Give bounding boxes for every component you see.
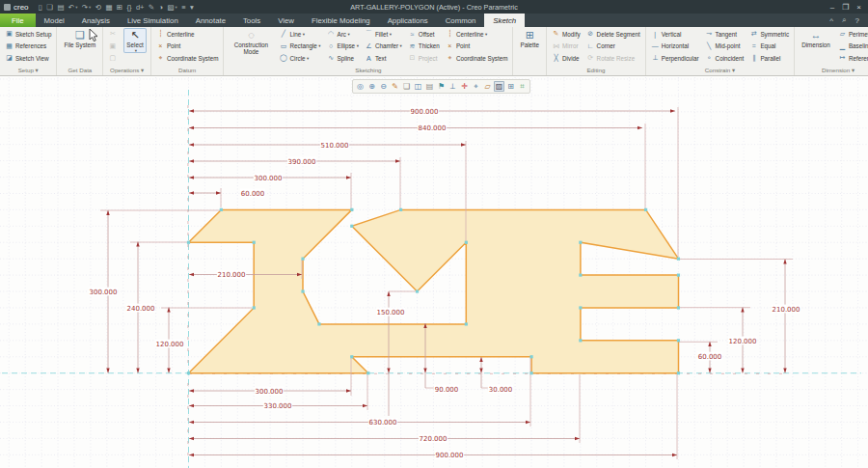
tab-sketch[interactable]: Sketch [484, 14, 525, 27]
coordinate-system-button[interactable]: ⌖Coordinate System [444, 52, 510, 65]
layers-button[interactable]: ≡ [179, 3, 188, 12]
dim-label[interactable]: 90.000 [435, 386, 459, 394]
parallel-button[interactable]: ∥Parallel [747, 52, 791, 65]
window-manager-button[interactable]: ▦ [103, 3, 114, 12]
point-button[interactable]: ×Point [444, 41, 510, 53]
tab-annotate[interactable]: Annotate [187, 14, 234, 27]
dim-label[interactable]: 210.000 [773, 306, 800, 314]
project-button[interactable]: ⊡Project [406, 52, 442, 65]
dim-label[interactable]: 720.000 [420, 435, 448, 443]
zoom-in-icon[interactable]: ⊕ [366, 81, 377, 92]
rotate-resize-button[interactable]: ⟳Rotate Resize [584, 52, 642, 65]
saved-orientations-icon[interactable]: ◫ [413, 81, 423, 92]
dim-label[interactable]: 840.000 [419, 124, 447, 132]
symmetric-button[interactable]: ⇄Symmetric [747, 28, 791, 41]
dim-label[interactable]: 300.000 [255, 175, 283, 182]
datum-quick-button[interactable]: d+ [134, 3, 147, 12]
3d-dragger-icon[interactable]: ⌖ [471, 81, 481, 92]
minimize-button[interactable]: – [830, 3, 834, 12]
centerline-button[interactable]: ┆Centerline [154, 28, 221, 41]
datum-display-filters-icon[interactable]: ⟂ [448, 81, 458, 92]
perimeter-button[interactable]: ▱Perimeter [836, 28, 868, 41]
new-file-button[interactable]: ▯ [37, 3, 45, 12]
paste-button[interactable]: ▢ [106, 52, 121, 65]
coincident-button[interactable]: ∘Coincident [703, 52, 746, 65]
dimensions[interactable]: 900.000840.000510.000390.000300.00060.00… [89, 107, 800, 459]
ellipse-button[interactable]: ○Ellipse▾ [325, 41, 361, 53]
save-button[interactable]: ▤ [55, 3, 66, 12]
select-button[interactable]: ↖Select▾ [123, 28, 147, 53]
centerline-button[interactable]: ┆Centerline▾ [444, 28, 510, 41]
arc-button[interactable]: ◠Arc▾ [325, 28, 361, 41]
tangent-button[interactable]: ⊸Tangent [703, 28, 746, 41]
tab-model[interactable]: Model [36, 14, 73, 27]
copy-geometry-button[interactable]: ⊞ [115, 3, 125, 12]
rectangle-button[interactable]: ▭Rectangle▾ [277, 41, 322, 53]
copy-button[interactable]: ▣ [106, 41, 121, 53]
shading-style-icon[interactable]: ❏ [401, 81, 412, 92]
construction-mode-button[interactable]: ◌Construction Mode [228, 28, 274, 55]
tab-flexible-modeling[interactable]: Flexible Modeling [303, 14, 379, 27]
dim-label[interactable]: 510.000 [321, 142, 349, 150]
dim-label[interactable]: 330.000 [264, 402, 292, 410]
undo-button[interactable]: ↶▾ [67, 3, 80, 12]
dim-label[interactable]: 30.000 [489, 386, 513, 394]
snap-to-grid-icon[interactable]: ⌗ [517, 81, 528, 92]
dim-label[interactable]: 60.000 [241, 190, 265, 198]
zoom-out-icon[interactable]: ⊖ [378, 81, 389, 92]
tab-common[interactable]: Common [437, 14, 485, 27]
redo-button[interactable]: ↷▾ [80, 3, 94, 12]
sketch-display-filters-icon[interactable]: ▨ [494, 81, 504, 92]
palette-button[interactable]: ⊞Palette [517, 28, 542, 48]
equal-button[interactable]: =Equal [747, 41, 791, 53]
dim-label[interactable]: 900.000 [411, 108, 439, 116]
dim-label[interactable]: 240.000 [127, 305, 155, 313]
display-options-button[interactable]: ▧▾ [165, 3, 179, 12]
restore-button[interactable]: ❐ [842, 3, 849, 12]
references-button[interactable]: ▦References [3, 41, 53, 53]
reference-button[interactable]: ↦Reference [836, 52, 868, 65]
view-manager-icon[interactable]: ▤ [424, 81, 435, 92]
perpendicular-button[interactable]: ⊥Perpendicular [649, 52, 701, 65]
sketch-view-icon[interactable]: ▱ [482, 81, 493, 92]
tab-tools[interactable]: Tools [234, 14, 269, 27]
dim-label[interactable]: 300.000 [256, 388, 284, 396]
dim-label[interactable]: 300.000 [90, 289, 118, 296]
tab-live-simulation[interactable]: Live Simulation [119, 14, 187, 27]
tab-applications[interactable]: Applications [379, 14, 437, 27]
tab-view[interactable]: View [269, 14, 303, 27]
dim-label[interactable]: 210.000 [218, 271, 246, 279]
sketch-setup-button[interactable]: ▣Sketch Setup [3, 28, 53, 41]
point-button[interactable]: ×Point [154, 41, 221, 53]
dim-label[interactable]: 390.000 [288, 158, 316, 166]
cut-button[interactable]: ✂ [106, 28, 121, 41]
refit-icon[interactable]: ◎ [355, 81, 366, 92]
command-search-icon[interactable]: ⌕ [842, 15, 846, 25]
sketch-view-button[interactable]: ◪Sketch View [3, 52, 53, 65]
corner-button[interactable]: ∟Corner [584, 41, 642, 53]
circle-button[interactable]: ◯Circle▾ [277, 52, 322, 65]
line-button[interactable]: ╱Line▾ [277, 28, 322, 41]
sketch-viewport[interactable]: 900.000840.000510.000390.000300.00060.00… [0, 76, 868, 468]
grid-display-icon[interactable]: ⊞ [505, 81, 516, 92]
relations-button[interactable]: {} [124, 3, 133, 12]
annotate-quick-button[interactable]: ✎ [147, 3, 157, 12]
dim-label[interactable]: 60.000 [698, 353, 722, 361]
delete-segment-button[interactable]: ⊘Delete Segment [584, 28, 642, 41]
appearance-button[interactable]: ◑ [156, 3, 165, 12]
dim-label[interactable]: 630.000 [369, 419, 397, 427]
open-file-button[interactable]: ❏ [44, 3, 55, 12]
tab-analysis[interactable]: Analysis [73, 14, 119, 27]
regenerate-button[interactable]: ⟲ [94, 3, 104, 12]
offset-button[interactable]: ≈Offset [406, 28, 442, 41]
thicken-button[interactable]: ≋Thicken [406, 41, 442, 53]
centerlines[interactable] [2, 90, 861, 468]
modify-button[interactable]: ✎Modify [550, 28, 583, 41]
divide-button[interactable]: ╳Divide [550, 52, 583, 65]
vertical-button[interactable]: |Vertical [649, 28, 701, 41]
collapse-ribbon-icon[interactable]: ^ [829, 16, 833, 25]
more-commands-button[interactable]: ▾ [188, 3, 196, 12]
annotation-display-icon[interactable]: ⚑ [436, 81, 447, 92]
dim-label[interactable]: 900.000 [436, 452, 464, 459]
spin-center-icon[interactable]: ✛ [459, 81, 470, 92]
